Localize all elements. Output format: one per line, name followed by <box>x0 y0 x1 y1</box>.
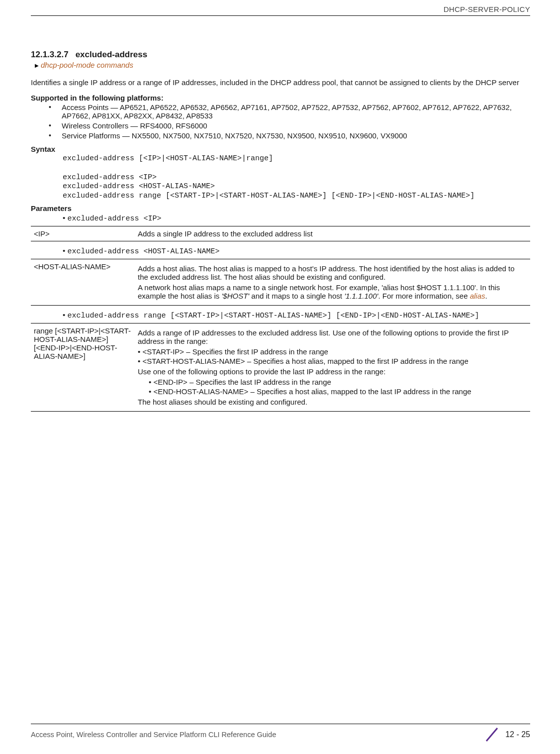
param-cmd: excluded-address range [<START-IP>|<STAR… <box>63 311 530 320</box>
page-number: 12 - 25 <box>505 730 530 739</box>
svg-line-0 <box>486 728 497 741</box>
text: . For more information, see <box>378 292 469 300</box>
list-item: Wireless Controllers — RFS4000, RFS6000 <box>62 121 530 130</box>
options-list: <START-IP> – Specifies the first IP addr… <box>138 347 526 365</box>
desc-paragraph: Adds a host alias. The host alias is map… <box>138 264 526 281</box>
table-key: <IP> <box>31 226 135 241</box>
intro-paragraph: Identifies a single IP address or a rang… <box>31 78 530 87</box>
list-item: Service Platforms — NX5500, NX7500, NX75… <box>62 131 530 140</box>
table-key: <HOST-ALIAS-NAME> <box>31 259 135 305</box>
table-key: range [<START-IP>|<START-HOST-ALIAS-NAME… <box>31 323 135 411</box>
footer-title: Access Point, Wireless Controller and Se… <box>31 731 276 739</box>
page-footer: Access Point, Wireless Controller and Se… <box>31 724 530 743</box>
footer-slash-icon <box>483 726 500 743</box>
alias-link[interactable]: alias <box>470 292 485 300</box>
table-desc: Adds a range of IP addresses to the excl… <box>135 323 530 411</box>
param-table-range: range [<START-IP>|<START-HOST-ALIAS-NAME… <box>31 323 530 412</box>
breadcrumb-arrow-icon: ▶ <box>35 63 39 68</box>
syntax-heading: Syntax <box>31 145 530 153</box>
list-item: <END-IP> – Specifies the last IP address… <box>149 378 526 386</box>
table-desc: Adds a host alias. The host alias is map… <box>135 259 530 305</box>
syntax-block: excluded-address [<IP>|<HOST-ALIAS-NAME>… <box>63 154 530 201</box>
param-table-ip: <IP> Adds a single IP address to the exc… <box>31 226 530 241</box>
running-header: DHCP-SERVER-POLICY <box>31 0 530 16</box>
param-cmd: excluded-address <HOST-ALIAS-NAME> <box>63 246 530 256</box>
text: and it maps to a single host <box>249 292 344 300</box>
desc-paragraph: The host aliases should be existing and … <box>138 398 526 406</box>
list-item: <END-HOST-ALIAS-NAME> – Specifies a host… <box>149 387 526 396</box>
supported-heading: Supported in the following platforms: <box>31 94 530 102</box>
parameters-heading: Parameters <box>31 204 530 213</box>
platforms-list: Access Points — AP6521, AP6522, AP6532, … <box>31 103 530 140</box>
list-item: <START-HOST-ALIAS-NAME> – Specifies a ho… <box>138 357 526 365</box>
table-desc: Adds a single IP address to the excluded… <box>135 226 530 241</box>
breadcrumb[interactable]: ▶dhcp-pool-mode commands <box>35 61 530 69</box>
param-table-hostalias: <HOST-ALIAS-NAME> Adds a host alias. The… <box>31 259 530 306</box>
options-list: <END-IP> – Specifies the last IP address… <box>149 378 526 396</box>
param-cmd: excluded-address <IP> <box>63 214 530 223</box>
text: . <box>485 292 487 300</box>
variable: '$HOST' <box>221 292 249 300</box>
section-number: 12.1.3.2.7 <box>31 50 69 59</box>
list-item: <START-IP> – Specifies the first IP addr… <box>138 347 526 356</box>
desc-paragraph: A network host alias maps a name to a si… <box>138 283 526 300</box>
breadcrumb-label: dhcp-pool-mode commands <box>41 61 133 69</box>
desc-paragraph: Adds a range of IP addresses to the excl… <box>138 328 526 345</box>
section-title: excluded-address <box>76 50 148 59</box>
variable: '1.1.1.100' <box>344 292 378 300</box>
desc-paragraph: Use one of the following options to prov… <box>138 367 526 376</box>
section-heading: 12.1.3.2.7excluded-address <box>31 50 530 60</box>
list-item: Access Points — AP6521, AP6522, AP6532, … <box>62 103 530 120</box>
